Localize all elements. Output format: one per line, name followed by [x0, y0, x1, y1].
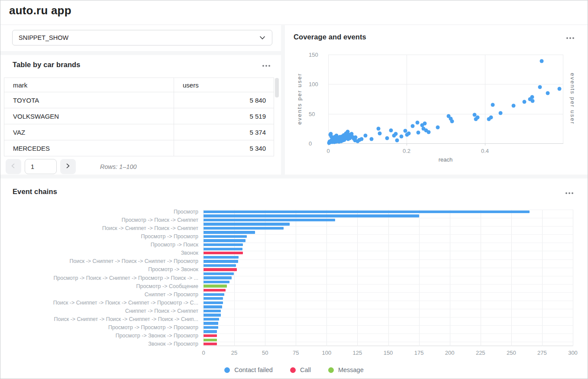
grid-line — [485, 55, 485, 143]
scatter-point — [389, 128, 393, 132]
prev-page-button[interactable] — [6, 159, 21, 174]
category-label: Просмотр -> Поиск -> Сниппет — [122, 217, 198, 223]
scatter-point — [395, 139, 399, 143]
x-tick-label: 25 — [231, 350, 237, 356]
grid-line — [204, 251, 573, 251]
chevron-down-icon — [259, 34, 266, 41]
grid-line — [204, 259, 573, 260]
x-tick-label: 50 — [262, 350, 268, 356]
grid-line — [204, 284, 573, 285]
category-label: Поиск -> Сниппет -> Поиск -> Сниппет -> … — [53, 300, 198, 306]
y-tick-label: 100 — [309, 81, 324, 87]
legend-item-call[interactable]: Call — [290, 366, 311, 373]
column-header-users[interactable]: users — [174, 78, 274, 92]
scatter-point — [436, 126, 440, 130]
table-scrollbar[interactable] — [275, 78, 279, 97]
scatter-point — [450, 120, 454, 123]
scatter-point — [540, 59, 544, 63]
bar — [204, 305, 222, 308]
grid-line — [328, 114, 563, 114]
legend-label: Contact failed — [234, 366, 273, 373]
bar — [204, 314, 221, 316]
next-page-button[interactable] — [60, 159, 76, 174]
scatter-point — [385, 136, 389, 140]
grid-line — [204, 268, 573, 268]
category-label: Поиск -> Сниппет -> Поиск -> Сниппет -> … — [70, 258, 198, 264]
coverage-widget-menu-button[interactable] — [565, 35, 576, 42]
cell-mark: VOLKSWAGEN — [4, 108, 174, 124]
category-label: Просмотр — [174, 209, 198, 215]
bar — [204, 268, 237, 271]
x-axis-line — [328, 143, 563, 144]
scatter-plot-area — [328, 55, 563, 143]
table-widget-menu-button[interactable] — [261, 62, 272, 69]
bar — [204, 260, 238, 262]
category-label: Звонок — [181, 250, 198, 256]
scatter-point — [512, 104, 516, 107]
event-type-select-value: SNIPPET_SHOW — [19, 34, 68, 41]
ellipsis-icon — [565, 192, 567, 194]
x-tick-label: 0 — [326, 148, 330, 154]
legend-item-message[interactable]: Message — [328, 366, 364, 373]
grid-line — [204, 243, 573, 243]
scatter-point — [426, 130, 430, 134]
grid-line — [204, 334, 573, 334]
scatter-point — [407, 131, 410, 135]
grid-line — [204, 218, 573, 218]
bar — [204, 276, 232, 279]
event-type-select[interactable]: SNIPPET_SHOW — [12, 30, 272, 45]
scatter-point — [531, 99, 535, 103]
legend-swatch-icon — [224, 367, 230, 373]
event-chains-menu-button[interactable] — [564, 190, 575, 197]
scatter-point — [416, 121, 420, 125]
table-row: VAZ5 374 — [4, 124, 274, 140]
bar — [204, 223, 290, 225]
category-label: Просмотр -> Звонок -> Просмотр — [116, 333, 198, 339]
grid-line — [328, 55, 563, 55]
x-tick-label: 125 — [353, 350, 362, 356]
chevron-left-icon — [10, 162, 17, 171]
category-label: Поиск -> Сниппет -> Поиск -> Сниппет -> … — [54, 316, 198, 322]
x-axis-title: reach — [439, 156, 453, 163]
grid-line — [204, 309, 573, 309]
bar — [204, 252, 243, 254]
table-row: VOLKSWAGEN5 519 — [4, 108, 274, 124]
bar — [204, 285, 227, 287]
coverage-widget-title: Coverage and events — [294, 33, 366, 41]
bar — [204, 343, 217, 345]
bar — [204, 330, 217, 333]
x-axis-tick — [485, 144, 485, 146]
scatter-point — [400, 134, 404, 138]
column-header-mark[interactable]: mark — [4, 78, 174, 92]
grid-line — [328, 55, 329, 143]
grid-line — [573, 210, 573, 346]
bar — [204, 211, 530, 213]
y-axis-title-left: events per user — [296, 73, 303, 125]
x-tick-label: 175 — [414, 350, 424, 356]
legend-item-contact_failed[interactable]: Contact failed — [224, 366, 273, 373]
category-label: Сниппет -> Просмотр — [145, 292, 198, 298]
category-label: Просмотр -> Звонок — [148, 266, 198, 272]
y-tick-label: 150 — [309, 52, 324, 58]
header: auto.ru app — [0, 0, 588, 24]
page-number-input[interactable] — [25, 159, 57, 174]
legend-label: Message — [338, 366, 364, 373]
scatter-point — [538, 85, 542, 89]
scatter-point — [376, 126, 380, 130]
category-label: Просмотр -> Просмотр -> Просмотр — [108, 324, 198, 330]
chevron-right-icon — [65, 162, 71, 171]
grid-line — [204, 301, 573, 301]
scatter-point — [363, 134, 367, 138]
cell-users: 5 840 — [174, 92, 274, 108]
bar — [204, 231, 255, 233]
grid-line — [204, 342, 573, 342]
y-tick-label: 0 — [309, 140, 324, 147]
cell-users: 5 519 — [174, 108, 274, 124]
dashboard-page: auto.ru app SNIPPET_SHOW Table by car br… — [0, 0, 588, 379]
bar — [204, 243, 243, 246]
table-row: TOYOTA5 840 — [4, 92, 274, 108]
chart-legend: Contact failedCallMessage — [0, 366, 588, 373]
grid-line — [204, 325, 573, 326]
scatter-point — [359, 137, 363, 141]
scatter-point — [410, 124, 414, 128]
